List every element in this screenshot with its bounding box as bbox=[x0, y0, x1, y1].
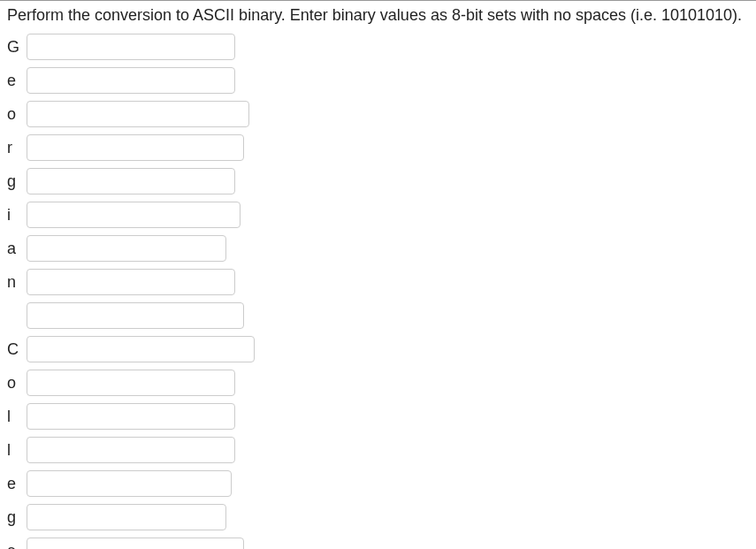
conversion-row: e bbox=[7, 538, 756, 549]
conversion-row: G bbox=[7, 34, 756, 60]
binary-input[interactable] bbox=[27, 101, 249, 127]
char-label: o bbox=[7, 374, 27, 393]
instruction-text: Perform the conversion to ASCII binary. … bbox=[0, 1, 756, 34]
char-label: e bbox=[7, 542, 27, 550]
conversion-row: a bbox=[7, 235, 756, 262]
conversion-row: g bbox=[7, 504, 756, 530]
char-label: g bbox=[7, 172, 27, 191]
conversion-row: n bbox=[7, 269, 756, 295]
binary-input[interactable] bbox=[27, 67, 235, 94]
char-label: n bbox=[7, 273, 27, 292]
conversion-row: i bbox=[7, 202, 756, 228]
binary-input[interactable] bbox=[27, 235, 226, 262]
char-label: e bbox=[7, 72, 27, 90]
conversion-row: o bbox=[7, 370, 756, 396]
char-label: g bbox=[7, 508, 27, 527]
binary-input[interactable] bbox=[27, 202, 241, 228]
conversion-row: g bbox=[7, 168, 756, 194]
char-label: e bbox=[7, 475, 27, 493]
conversion-row: e bbox=[7, 67, 756, 94]
binary-input[interactable] bbox=[27, 336, 255, 362]
char-label: i bbox=[7, 206, 27, 225]
conversion-row: l bbox=[7, 437, 756, 463]
conversion-rows: GeorgianCollege bbox=[0, 34, 756, 549]
binary-input[interactable] bbox=[27, 403, 235, 430]
binary-input[interactable] bbox=[27, 302, 244, 329]
binary-input[interactable] bbox=[27, 34, 235, 60]
binary-input[interactable] bbox=[27, 269, 235, 295]
char-label: a bbox=[7, 240, 27, 258]
binary-input[interactable] bbox=[27, 134, 244, 161]
char-label: l bbox=[7, 408, 27, 426]
binary-input[interactable] bbox=[27, 370, 235, 396]
binary-input[interactable] bbox=[27, 437, 235, 463]
conversion-row: C bbox=[7, 336, 756, 362]
binary-input[interactable] bbox=[27, 504, 226, 530]
conversion-row: o bbox=[7, 101, 756, 127]
char-label: C bbox=[7, 340, 27, 359]
binary-input[interactable] bbox=[27, 470, 232, 497]
binary-input[interactable] bbox=[27, 538, 244, 549]
conversion-row: e bbox=[7, 470, 756, 497]
conversion-row: r bbox=[7, 134, 756, 161]
char-label: r bbox=[7, 139, 27, 157]
conversion-row bbox=[7, 302, 756, 329]
binary-input[interactable] bbox=[27, 168, 235, 194]
char-label: G bbox=[7, 38, 27, 57]
char-label: o bbox=[7, 105, 27, 124]
char-label: l bbox=[7, 441, 27, 460]
conversion-row: l bbox=[7, 403, 756, 430]
